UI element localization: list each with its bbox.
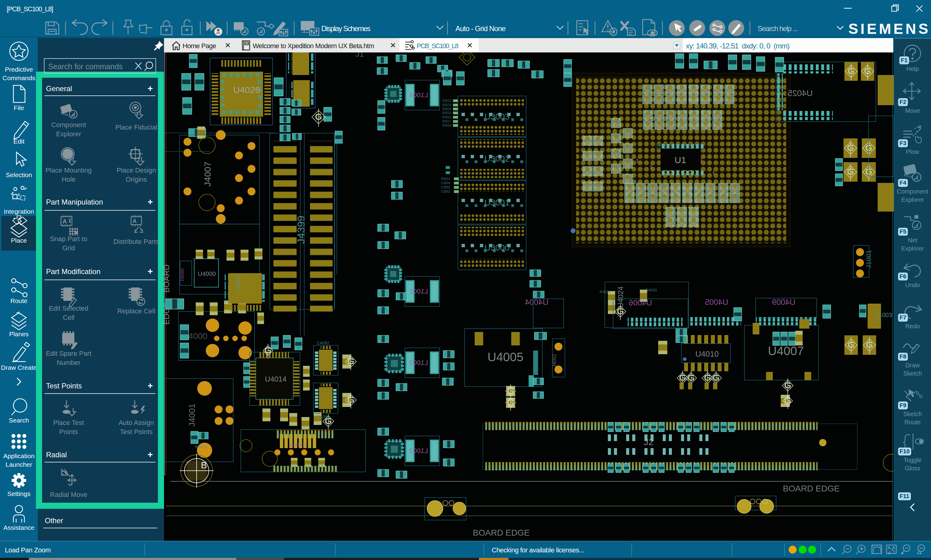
svg-text:U4005: U4005 xyxy=(705,297,728,307)
svg-text:R3013: R3013 xyxy=(442,103,451,107)
svg-text:L1003: L1003 xyxy=(875,312,892,318)
svg-text:R4008: R4008 xyxy=(195,445,206,449)
svg-text:R4034: R4034 xyxy=(600,290,611,294)
svg-text:U1: U1 xyxy=(675,155,686,165)
svg-text:U3002: U3002 xyxy=(485,154,510,163)
svg-text:BOARD: BOARD xyxy=(164,265,171,293)
svg-text:R3018: R3018 xyxy=(442,124,451,127)
svg-text:R3016: R3016 xyxy=(442,115,451,119)
svg-text:C3004: C3004 xyxy=(441,182,450,185)
svg-text:C4091: C4091 xyxy=(317,414,329,419)
svg-text:R3017: R3017 xyxy=(442,120,451,123)
svg-text:U3003: U3003 xyxy=(485,112,510,122)
svg-text:G: G xyxy=(347,394,354,405)
svg-text:U4005: U4005 xyxy=(488,350,523,364)
svg-text:R4033: R4033 xyxy=(646,288,657,292)
svg-text:J4001: J4001 xyxy=(187,404,197,427)
svg-text:J4007: J4007 xyxy=(202,162,212,186)
svg-text:R3014: R3014 xyxy=(442,107,451,111)
svg-text:G: G xyxy=(784,380,791,390)
svg-text:G: G xyxy=(848,66,854,76)
svg-text:G: G xyxy=(507,386,514,396)
svg-text:R3015: R3015 xyxy=(442,111,451,115)
svg-text:A: A xyxy=(132,218,137,224)
svg-text:G: G xyxy=(866,340,873,350)
svg-text:G: G xyxy=(847,143,854,153)
svg-text:BOARD EDGE: BOARD EDGE xyxy=(783,484,840,493)
svg-text:L1004: L1004 xyxy=(409,91,428,99)
svg-text:U4009: U4009 xyxy=(772,297,796,307)
svg-text:U3001: U3001 xyxy=(485,198,510,207)
svg-text:U4014: U4014 xyxy=(265,375,286,383)
svg-text:A: A xyxy=(63,218,67,225)
svg-text:L1000: L1000 xyxy=(409,359,428,366)
svg-text:G: G xyxy=(507,397,514,407)
svg-text:U4025: U4025 xyxy=(788,88,813,98)
svg-text:U4010: U4010 xyxy=(696,349,719,358)
svg-text:G: G xyxy=(847,166,854,177)
svg-text:J4399: J4399 xyxy=(295,215,307,244)
svg-text:C3002: C3002 xyxy=(441,190,450,193)
svg-text:G: G xyxy=(347,356,354,366)
svg-text:G: G xyxy=(264,345,271,355)
svg-text:R3012: R3012 xyxy=(442,99,451,102)
svg-text:C3003: C3003 xyxy=(441,186,450,189)
svg-text:G: G xyxy=(617,306,624,316)
svg-text:U4007: U4007 xyxy=(768,344,804,358)
svg-text:G: G xyxy=(704,372,711,383)
svg-text:U4026: U4026 xyxy=(233,85,260,95)
svg-text:G: G xyxy=(848,340,854,350)
svg-text:G: G xyxy=(784,395,791,405)
svg-text:C4092: C4092 xyxy=(317,340,329,345)
svg-text:BOARD EDGE: BOARD EDGE xyxy=(473,528,530,537)
svg-text:U4000: U4000 xyxy=(198,271,216,277)
svg-text:G: G xyxy=(679,372,686,383)
svg-text:R3031: R3031 xyxy=(441,177,450,180)
svg-text:L1002: L1002 xyxy=(409,447,428,454)
svg-text:J1001: J1001 xyxy=(865,250,873,268)
svg-text:U4006: U4006 xyxy=(629,298,652,307)
svg-text:G: G xyxy=(865,166,872,177)
svg-text:U4001: U4001 xyxy=(235,275,242,291)
svg-text:U3000: U3000 xyxy=(485,243,510,252)
svg-text:G: G xyxy=(865,143,872,153)
svg-text:B: B xyxy=(201,460,207,470)
svg-text:G: G xyxy=(688,372,694,383)
svg-text:J4002: J4002 xyxy=(552,354,557,367)
svg-text:G: G xyxy=(315,112,322,122)
svg-text:L1001: L1001 xyxy=(409,288,428,295)
svg-text:D4000: D4000 xyxy=(180,269,185,281)
svg-text:G: G xyxy=(712,372,719,383)
svg-text:J1: J1 xyxy=(355,52,364,58)
svg-text:C4045: C4045 xyxy=(290,442,306,448)
svg-text:G: G xyxy=(864,66,871,76)
